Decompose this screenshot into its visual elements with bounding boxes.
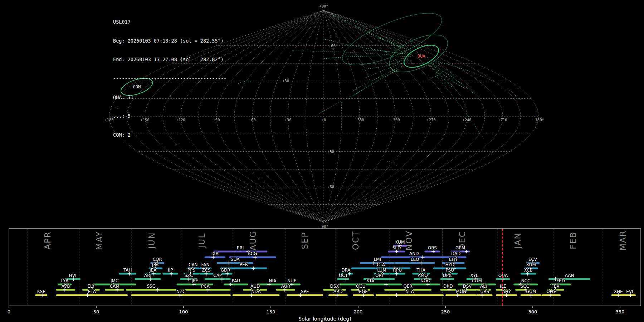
x-tick-label: 300 bbox=[528, 309, 537, 314]
count-sporadic: ...: 5 bbox=[113, 113, 226, 119]
month-label: APR bbox=[43, 231, 52, 250]
shower-label-AMO: AMO bbox=[418, 273, 428, 278]
dec-axis-label: -30 bbox=[327, 150, 334, 154]
shower-label-OBS: OBS bbox=[428, 245, 437, 250]
shower-label-LUM: LUM bbox=[377, 268, 386, 273]
shower-label-TAH: TAH bbox=[123, 268, 132, 273]
shower-label-NZC: NZC bbox=[176, 289, 186, 294]
shower-label-QUA: QUA bbox=[498, 273, 508, 278]
shower-label-DPC: DPC bbox=[443, 273, 452, 278]
grid-meridian bbox=[252, 10, 324, 222]
meteor-track bbox=[353, 66, 402, 91]
shower-bar-NTA bbox=[376, 294, 444, 296]
shower-label-ARI: ARI bbox=[144, 273, 151, 278]
shower-label-OHY: OHY bbox=[546, 289, 556, 294]
shower-label-OCT: OCT bbox=[339, 273, 348, 278]
shower-label-AVB: AVB bbox=[62, 284, 70, 289]
shower-label-JMC: JMC bbox=[110, 278, 118, 283]
shower-label-NIA: NIA bbox=[269, 278, 277, 283]
shower-label-NOO: NOO bbox=[420, 278, 430, 283]
grid-meridian bbox=[306, 10, 324, 222]
shower-label-ETA: ETA bbox=[88, 289, 96, 294]
meteor-track bbox=[237, 81, 250, 84]
shower-label-XHE: XHE bbox=[614, 289, 623, 294]
month-label: JUL bbox=[197, 233, 206, 249]
x-tick-label: 100 bbox=[179, 309, 188, 314]
x-tick-label: 350 bbox=[616, 309, 625, 314]
shower-label-SCC: SCC bbox=[521, 284, 529, 289]
dec-axis-label: +60 bbox=[329, 44, 336, 48]
shower-label-CAM: CAM bbox=[110, 284, 119, 289]
shower-label-NDA: NDA bbox=[251, 289, 261, 294]
shower-bar-CAM bbox=[105, 289, 124, 291]
shower-bar-ARI bbox=[135, 278, 161, 280]
month-label: SEP bbox=[300, 231, 309, 249]
shower-label-COR: COR bbox=[153, 257, 162, 262]
month-label: AUG bbox=[248, 230, 258, 250]
shower-label-LYR: LYR bbox=[61, 278, 69, 283]
shower-label-SSG: SSG bbox=[147, 284, 156, 289]
shower-peak-LEO bbox=[419, 261, 423, 265]
meteor-track bbox=[355, 26, 401, 47]
shower-label-JEA: JEA bbox=[149, 268, 157, 273]
sky-map: +180+150+120+90+60+30+0+330+300+270+240+… bbox=[0, 0, 644, 229]
shower-bar-NDA bbox=[233, 294, 280, 296]
meteor-track bbox=[350, 70, 399, 99]
shower-label-FED: FED bbox=[556, 278, 565, 283]
meteor-track bbox=[411, 40, 415, 46]
x-tick-label: 0 bbox=[8, 309, 10, 314]
shower-label-JRC: JRC bbox=[152, 262, 159, 267]
end-time: End: 20260103 13:27:08 (sol = 282.82°) bbox=[113, 57, 226, 63]
shower-label-MON: MON bbox=[456, 289, 467, 294]
x-axis-title: Solar longitude (deg) bbox=[298, 316, 351, 322]
shower-label-PCA: PCA bbox=[201, 284, 210, 289]
shower-label-LEO: LEO bbox=[411, 257, 419, 262]
shower-label-OCU: OCU bbox=[356, 284, 366, 289]
shower-label-KCG: KCG bbox=[248, 251, 257, 256]
shower-label-LMI: LMI bbox=[374, 257, 381, 262]
shower-label-CAP: CAP bbox=[213, 273, 222, 278]
meteor-track bbox=[319, 69, 398, 113]
shower-label-ALY: ALY bbox=[480, 284, 488, 289]
shower-label-PSU: PSU bbox=[445, 268, 454, 273]
shower-label-ARD: ARD bbox=[333, 289, 343, 294]
shower-label-GUM: GUM bbox=[526, 289, 536, 294]
month-label: JAN bbox=[513, 232, 522, 249]
ra-axis-label: +180 bbox=[104, 118, 113, 122]
count-qua: QUA: 31 bbox=[113, 94, 226, 101]
meteor-track bbox=[323, 56, 411, 59]
dec-axis-label: -60 bbox=[327, 185, 334, 189]
count-com: COM: 2 bbox=[113, 132, 226, 138]
shower-bar-NOO bbox=[410, 284, 440, 286]
station-id: USL017 bbox=[113, 19, 226, 25]
meteor-track bbox=[376, 38, 400, 48]
shower-label-GEM: GEM bbox=[455, 245, 465, 250]
shower-label-DSV: DSV bbox=[463, 284, 472, 289]
shower-peak-PER bbox=[252, 267, 255, 270]
shower-label-AAN: AAN bbox=[565, 273, 574, 278]
shower-bar-MON bbox=[445, 294, 477, 296]
shower-label-IIP: IIP bbox=[168, 268, 173, 273]
grid-meridian bbox=[324, 10, 360, 222]
info-divider: --------------------------------------- bbox=[113, 75, 226, 82]
pole-label-north: +90° bbox=[319, 4, 328, 8]
shower-label-PER: PER bbox=[240, 262, 248, 267]
ra-axis-label: +210 bbox=[498, 118, 507, 122]
shower-label-PAU: PAU bbox=[232, 278, 240, 283]
x-tick-label: 150 bbox=[267, 309, 275, 314]
shower-label-STA: STA bbox=[366, 278, 375, 283]
shower-peak-SSG bbox=[156, 288, 159, 292]
ra-axis-label: +240 bbox=[462, 118, 471, 122]
shower-label-SDA: SDA bbox=[231, 257, 240, 262]
shower-label-THA: THA bbox=[416, 268, 425, 273]
radiant-label-QUA: QUA bbox=[418, 54, 425, 59]
shower-label-ZCS: ZCS bbox=[202, 268, 210, 273]
shower-label-NCC: NCC bbox=[521, 278, 531, 283]
shower-label-DAD: DAD bbox=[451, 251, 460, 256]
ra-axis-label: +330 bbox=[355, 118, 364, 122]
shower-label-AUR: AUR bbox=[281, 284, 290, 289]
ra-axis-label: +60 bbox=[249, 118, 256, 122]
shower-label-AUD: AUD bbox=[250, 284, 260, 289]
shower-bar-URS bbox=[477, 294, 493, 296]
shower-bar-STA bbox=[339, 284, 402, 286]
